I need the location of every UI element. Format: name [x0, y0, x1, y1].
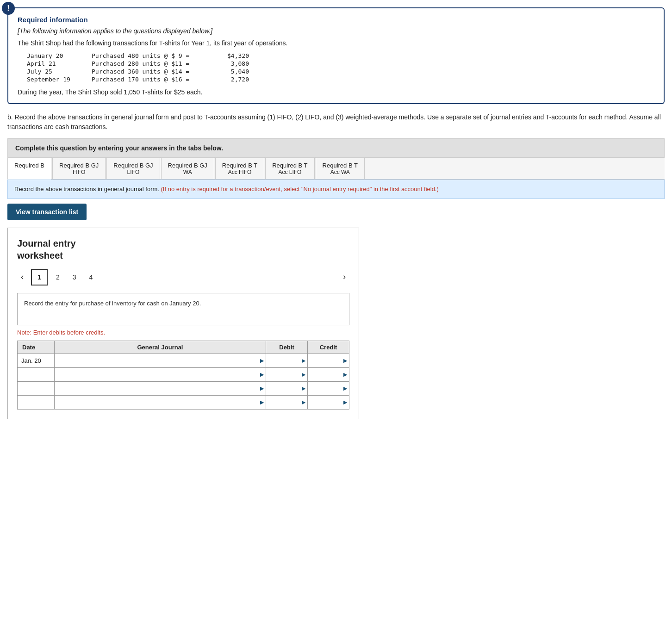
transaction-row-3: July 25 Purchased 360 units @ $14 = 5,04…: [27, 68, 654, 75]
journal-worksheet-title: Journal entryworksheet: [17, 237, 349, 261]
tab-required-b-t-acc-wa[interactable]: Required B T Acc WA: [316, 158, 365, 179]
transactions-table: January 20 Purchased 480 units @ $ 9 = $…: [27, 52, 654, 83]
credit-cell-3[interactable]: [308, 381, 349, 395]
tab-required-b-gj-fifo[interactable]: Required B GJ FIFO: [52, 158, 106, 179]
question-text: b. Record the above transactions in gene…: [7, 112, 665, 132]
view-transaction-list-button[interactable]: View transaction list: [7, 204, 87, 220]
gj-input-2[interactable]: [58, 371, 253, 378]
instruction-text: Record the above transactions in general…: [14, 186, 161, 192]
page-2-button[interactable]: 2: [51, 272, 64, 283]
date-cell-1: Jan. 20: [18, 354, 55, 367]
debit-cell-1[interactable]: [266, 354, 308, 367]
debit-input-4[interactable]: [279, 399, 304, 406]
gj-cell-4[interactable]: [55, 395, 266, 409]
gj-cell-3[interactable]: [55, 381, 266, 395]
credit-cell-1[interactable]: [308, 354, 349, 367]
date-cell-3: [18, 381, 55, 395]
credit-cell-2[interactable]: [308, 367, 349, 381]
info-box-title: Required information: [18, 16, 654, 24]
debit-cell-4[interactable]: [266, 395, 308, 409]
gj-input-4[interactable]: [58, 399, 253, 406]
journal-table: Date General Journal Debit Credit Jan. 2…: [17, 341, 349, 410]
debit-input-3[interactable]: [279, 385, 304, 392]
debit-header: Debit: [266, 341, 308, 354]
credit-input-2[interactable]: [321, 371, 345, 378]
date-header: Date: [18, 341, 55, 354]
info-box: ! Required information [The following in…: [7, 7, 665, 104]
tabs-container: Required B Required B GJ FIFO Required B…: [7, 158, 665, 180]
instruction-red-text: (If no entry is required for a transacti…: [161, 186, 439, 192]
transaction-row-2: April 21 Purchased 280 units @ $11 = 3,0…: [27, 60, 654, 67]
tab-required-b-t-acc-lifo[interactable]: Required B T Acc LIFO: [265, 158, 314, 179]
credit-input-4[interactable]: [321, 399, 345, 406]
page-3-button[interactable]: 3: [68, 272, 81, 283]
entry-description-box: Record the entry for purchase of invento…: [17, 293, 349, 325]
credit-header: Credit: [308, 341, 349, 354]
debit-input-2[interactable]: [279, 371, 304, 378]
table-row: [18, 381, 349, 395]
sold-text: During the year, The Shirt Shop sold 1,0…: [18, 88, 654, 96]
info-box-description: The Shirt Shop had the following transac…: [18, 39, 654, 47]
debit-input-1[interactable]: [279, 357, 304, 364]
journal-worksheet: Journal entryworksheet ‹ 1 2 3 4 › Recor…: [7, 228, 359, 419]
debit-cell-2[interactable]: [266, 367, 308, 381]
table-row: [18, 367, 349, 381]
page-navigation: ‹ 1 2 3 4 ›: [17, 269, 349, 285]
info-box-subtitle: [The following information applies to th…: [18, 27, 654, 35]
note-text: Note: Enter debits before credits.: [17, 329, 349, 336]
gj-header: General Journal: [55, 341, 266, 354]
debit-cell-3[interactable]: [266, 381, 308, 395]
gj-cell-1[interactable]: [55, 354, 266, 367]
credit-cell-4[interactable]: [308, 395, 349, 409]
table-row: Jan. 20: [18, 354, 349, 367]
tab-required-b[interactable]: Required B: [7, 158, 51, 180]
table-row: [18, 395, 349, 409]
instruction-bar: Record the above transactions in general…: [7, 180, 665, 199]
transaction-row-4: September 19 Purchased 170 units @ $16 =…: [27, 76, 654, 83]
page-4-button[interactable]: 4: [85, 272, 98, 283]
tab-required-b-t-acc-fifo[interactable]: Required B T Acc FIFO: [215, 158, 264, 179]
credit-input-3[interactable]: [321, 385, 345, 392]
tab-required-b-gj-lifo[interactable]: Required B GJ LIFO: [106, 158, 160, 179]
page-1-button[interactable]: 1: [31, 269, 48, 285]
info-icon: !: [2, 2, 15, 15]
date-cell-2: [18, 367, 55, 381]
prev-page-button[interactable]: ‹: [17, 270, 27, 284]
complete-bar: Complete this question by entering your …: [7, 138, 665, 158]
tab-required-b-gj-wa[interactable]: Required B GJ WA: [161, 158, 214, 179]
credit-input-1[interactable]: [321, 357, 345, 364]
gj-input-1[interactable]: [58, 357, 253, 364]
date-cell-4: [18, 395, 55, 409]
gj-input-3[interactable]: [58, 385, 253, 392]
gj-cell-2[interactable]: [55, 367, 266, 381]
next-page-button[interactable]: ›: [339, 270, 349, 284]
transaction-row-1: January 20 Purchased 480 units @ $ 9 = $…: [27, 52, 654, 59]
